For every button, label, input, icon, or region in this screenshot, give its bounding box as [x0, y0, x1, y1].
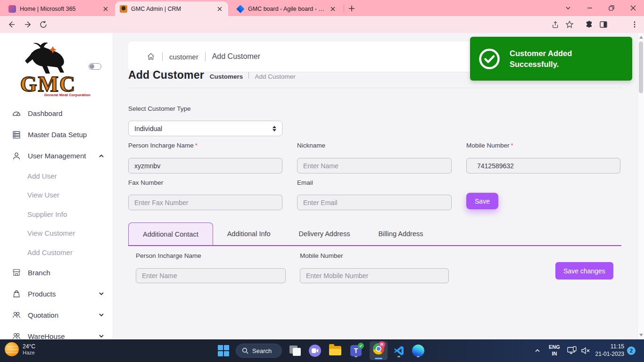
sidebar-item-add-user[interactable]: Add User — [0, 166, 113, 186]
notification-count-badge: 2 — [627, 346, 636, 355]
tab-title: Home | Microsoft 365 — [20, 6, 98, 12]
window-restore-button[interactable] — [601, 0, 622, 16]
edge-button[interactable] — [411, 343, 426, 358]
email-input[interactable] — [297, 195, 452, 210]
teams-icon: T✓ — [350, 345, 362, 356]
sidebar-item-dashboard[interactable]: Dashboard — [0, 103, 113, 124]
sidebar-collapse-toggle[interactable] — [89, 63, 101, 70]
file-explorer-button[interactable] — [328, 343, 343, 358]
tab-additional-contact[interactable]: Additional Contact — [128, 222, 213, 245]
contact-mobile-input[interactable] — [300, 268, 449, 283]
back-button[interactable] — [6, 19, 17, 30]
tab-close-icon[interactable] — [329, 5, 337, 13]
sidebar-item-warehouse[interactable]: WareHouse — [0, 326, 113, 340]
search-label: Search — [252, 347, 272, 354]
contact-person-incharge-input[interactable] — [136, 268, 286, 283]
start-button[interactable] — [216, 343, 231, 358]
weather-condition: Haze — [23, 350, 35, 355]
breadcrumb-current-page: Add Customer — [212, 52, 260, 61]
server-icon — [12, 130, 21, 140]
mobile-number-label: Mobile Number* — [466, 142, 513, 149]
tab-additional-info[interactable]: Additional Info — [213, 222, 285, 245]
sidebar-subitem-label: Supplier Info — [27, 210, 105, 218]
browser-tab-gmc-admin[interactable]: GMC Admin | CRM — [115, 1, 228, 16]
clock-widget[interactable]: 11:15 21-01-2023 — [595, 339, 624, 362]
chrome-button-active[interactable]: R — [370, 341, 388, 360]
sidebar-item-supplier-info[interactable]: Supplier Info — [0, 205, 113, 224]
save-button[interactable]: Save — [466, 193, 498, 209]
gmc-favicon-icon — [120, 5, 127, 13]
scroll-down-arrow-icon[interactable] — [639, 334, 643, 337]
window-minimize-button[interactable] — [579, 0, 601, 16]
success-toast[interactable]: Customer Added Successfully. — [470, 37, 632, 81]
weather-widget[interactable]: 24°C Haze — [5, 342, 35, 356]
volume-muted-indicator[interactable] — [581, 339, 590, 362]
mobile-number-input[interactable] — [466, 158, 620, 173]
customer-type-select[interactable]: Individual — [128, 121, 282, 136]
reload-button[interactable] — [38, 19, 49, 30]
scrollbar-thumb[interactable] — [639, 41, 643, 93]
browser-tab-m365[interactable]: Home | Microsoft 365 — [4, 1, 114, 16]
gmc-logo: GMC General Meat Corporation — [6, 41, 91, 97]
teams-button[interactable]: T✓ — [348, 343, 363, 358]
share-icon[interactable] — [550, 19, 561, 30]
sidebar-item-add-customer[interactable]: Add Customer — [0, 243, 113, 262]
person-incharge-input[interactable] — [128, 158, 282, 173]
chevron-down-icon — [98, 333, 105, 339]
sidebar-subitem-label: Add Customer — [27, 248, 105, 256]
network-indicator[interactable] — [567, 339, 578, 362]
page-scrollbar[interactable] — [637, 33, 644, 339]
teams-status-check-icon: ✓ — [358, 343, 364, 349]
browser-menu-chevron-icon[interactable] — [557, 0, 579, 16]
save-changes-button[interactable]: Save changes — [555, 262, 613, 280]
person-incharge-label: Person Incharge Name* — [128, 142, 198, 149]
tray-date: 21-01-2023 — [595, 351, 624, 358]
tray-hidden-icons-chevron[interactable] — [534, 339, 541, 362]
required-asterisk: * — [511, 142, 513, 149]
windows-logo-icon — [218, 345, 229, 356]
notification-center-button[interactable]: 2 — [627, 339, 636, 362]
home-icon[interactable] — [146, 52, 156, 61]
sidebar-item-label: Branch — [28, 269, 105, 277]
side-panel-icon[interactable] — [598, 19, 609, 30]
bookmark-star-icon[interactable] — [564, 19, 575, 30]
contact-mobile-label: Mobile Number — [300, 252, 343, 259]
window-close-button[interactable] — [622, 0, 644, 16]
language-indicator[interactable]: ENG IN — [549, 339, 560, 362]
extensions-puzzle-icon[interactable] — [584, 19, 595, 30]
new-tab-button[interactable] — [347, 4, 356, 13]
user-management-submenu: Add User View User Supplier Info View Cu… — [0, 166, 113, 262]
crumb-customers[interactable]: Customers — [210, 73, 243, 80]
customer-type-label: Select Customer Type — [128, 105, 191, 112]
vscode-button[interactable] — [391, 343, 406, 358]
speaker-mute-icon — [581, 346, 590, 355]
sidebar-item-products[interactable]: Products — [0, 283, 113, 304]
tab-close-icon[interactable] — [102, 5, 109, 13]
sidebar-item-view-user[interactable]: View User — [0, 186, 113, 205]
tabs-underline — [128, 245, 621, 246]
sidebar-item-master-data-setup[interactable]: Master Data Setup — [0, 124, 113, 145]
sidebar-item-label: Dashboard — [28, 109, 105, 117]
tray-time: 11:15 — [595, 343, 624, 351]
sidebar-item-view-customer[interactable]: View Customer — [0, 224, 113, 243]
check-circle-icon — [479, 48, 500, 70]
breadcrumb-separator — [205, 52, 206, 61]
forward-button[interactable] — [23, 19, 34, 30]
taskbar-search[interactable]: Search — [236, 344, 282, 358]
task-view-button[interactable] — [288, 343, 303, 358]
sidebar-item-quotation[interactable]: Quotation — [0, 304, 113, 326]
tab-billing-address[interactable]: Billing Address — [364, 222, 437, 245]
browser-kebab-menu-icon[interactable] — [629, 19, 640, 30]
chat-button[interactable] — [307, 343, 322, 358]
cast-display-icon — [567, 346, 578, 355]
fax-number-input[interactable] — [128, 195, 282, 210]
breadcrumb-section[interactable]: customer — [169, 53, 198, 61]
tab-delivery-address[interactable]: Delivery Address — [285, 222, 364, 245]
scroll-up-arrow-icon[interactable] — [639, 36, 643, 39]
tab-close-icon[interactable] — [216, 5, 223, 13]
nickname-input[interactable] — [297, 158, 452, 173]
browser-tab-jira[interactable]: GMC board - Agile board - Jira — [232, 1, 341, 16]
sidebar-item-branch[interactable]: Branch — [0, 262, 113, 283]
sidebar-item-user-management[interactable]: User Management — [0, 145, 113, 166]
toast-message: Customer Added Successfully. — [510, 48, 599, 69]
